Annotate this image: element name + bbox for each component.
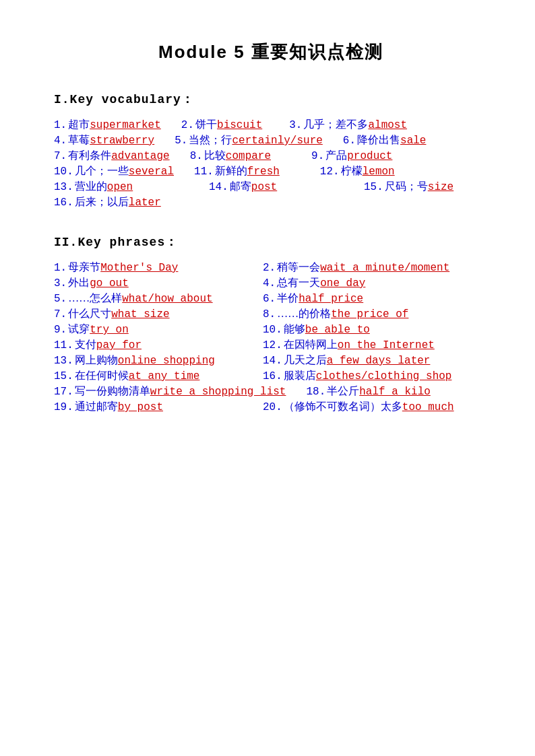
phrase-item-5: 5.……怎么样 what/how about [54,291,243,306]
vocab-item-9: 9.产品 product [311,149,392,163]
phrase-item-2: 2.稍等一会wait a minute/moment [263,261,449,275]
phrase-item-8: 8.……的价格 the price of [263,307,408,321]
phrase-item-14: 14.几天之后 a few days later [263,353,430,368]
phrases-grid: 1.母亲节 Mother's Day 2.稍等一会wait a minute/m… [54,261,488,414]
vocab-row-5: 13.营业的 open 14.邮寄post 15.尺码；号size [54,180,488,194]
vocab-row-4: 10.几个；一些 several 11.新鲜的 fresh 12.柠檬 lemo… [54,164,488,178]
phrase-item-12: 12.在因特网上on the Internet [263,338,435,352]
phrase-item-9: 9.试穿 try on [54,322,243,337]
phrase-row-2: 3.外出 go out 4.总有一天 one day [54,276,488,290]
phrase-item-4: 4.总有一天 one day [263,276,365,290]
phrase-item-6: 6.半价 half price [263,291,363,306]
vocab-item-15: 15.尺码；号size [364,180,453,194]
phrase-item-11: 11.支付pay for [54,338,243,352]
vocabulary-section: I.Key vocabulary： 1.超市 supermarket 2.饼干b… [54,91,488,209]
phrase-row-6: 11.支付pay for 12.在因特网上on the Internet [54,338,488,352]
section2-title: II.Key phrases： [54,234,488,250]
vocab-item-8: 8.比较 compare [190,149,271,163]
phrase-item-20: 20.（修饰不可数名词）太多 too much [263,400,454,414]
phrase-item-7: 7.什么尺寸what size [54,307,243,321]
phrase-row-3: 5.……怎么样 what/how about 6.半价 half price [54,291,488,306]
vocab-item-1: 1.超市 supermarket [54,118,161,132]
vocab-row-6: 16.后来；以后 later [54,195,488,209]
vocab-item-4: 4.草莓strawberry [54,133,154,147]
vocab-row-3: 7.有利条件advantage 8.比较 compare 9.产品 produc… [54,149,488,163]
phrase-row-5: 9.试穿 try on 10.能够 be able to [54,322,488,337]
phrase-row-9: 17.写一份购物清单write a shopping list 18.半公斤 h… [54,384,488,399]
phrase-item-19: 19.通过邮寄 by post [54,400,243,414]
phrase-item-1: 1.母亲节 Mother's Day [54,261,243,275]
phrases-section: II.Key phrases： 1.母亲节 Mother's Day 2.稍等一… [54,234,488,414]
phrase-item-3: 3.外出 go out [54,276,243,290]
phrase-row-4: 7.什么尺寸what size 8.……的价格 the price of [54,307,488,321]
vocabulary-grid: 1.超市 supermarket 2.饼干biscuit 3.几乎；差不多 al… [54,118,488,209]
vocab-item-3: 3.几乎；差不多 almost [289,118,407,132]
phrase-item-17: 17.写一份购物清单write a shopping list [54,384,286,399]
vocab-item-11: 11.新鲜的 fresh [194,164,280,178]
vocab-item-2: 2.饼干biscuit [181,118,262,132]
vocab-row-2: 4.草莓strawberry 5.当然；行 certainly/sure 6.降… [54,133,488,147]
vocab-item-13: 13.营业的 open [54,180,189,194]
page-title: Module 5 重要知识点检测 [54,40,488,64]
vocab-item-16: 16.后来；以后 later [54,195,161,209]
vocab-item-14: 14.邮寄post [209,180,344,194]
vocab-item-6: 6.降价出售sale [343,133,427,147]
vocab-row-1: 1.超市 supermarket 2.饼干biscuit 3.几乎；差不多 al… [54,118,488,132]
vocab-item-5: 5.当然；行 certainly/sure [175,133,323,147]
vocab-item-12: 12.柠檬 lemon [320,164,395,178]
vocab-item-7: 7.有利条件advantage [54,149,170,163]
phrase-row-1: 1.母亲节 Mother's Day 2.稍等一会wait a minute/m… [54,261,488,275]
section1-title: I.Key vocabulary： [54,91,488,107]
phrase-item-16: 16.服装店 clothes/clothing shop [263,369,451,383]
phrase-item-18: 18.半公斤 half a kilo [306,384,430,399]
vocab-item-10: 10.几个；一些 several [54,164,174,178]
phrase-item-10: 10.能够 be able to [263,322,370,337]
phrase-item-15: 15.在任何时候at any time [54,369,243,383]
phrase-item-13: 13.网上购物online shopping [54,353,243,368]
phrase-row-8: 15.在任何时候at any time 16.服装店 clothes/cloth… [54,369,488,383]
phrase-row-7: 13.网上购物online shopping 14.几天之后 a few day… [54,353,488,368]
phrase-row-10: 19.通过邮寄 by post 20.（修饰不可数名词）太多 too much [54,400,488,414]
